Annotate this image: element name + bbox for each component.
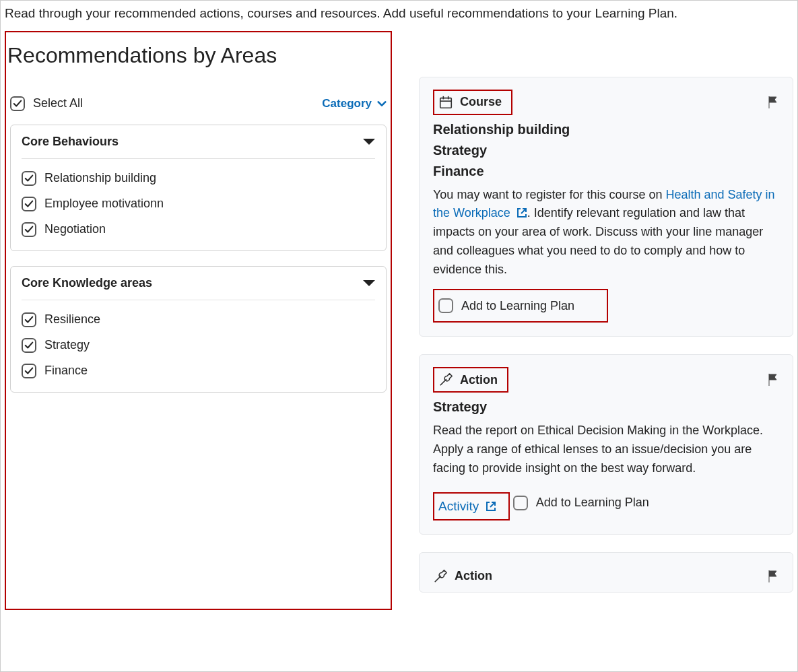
- checkbox[interactable]: [22, 312, 36, 327]
- group-core-knowledge-areas: Core Knowledge areas Resilience Strategy…: [10, 266, 387, 393]
- checkbox[interactable]: [22, 222, 36, 237]
- flag-icon[interactable]: [767, 373, 779, 387]
- select-all-checkbox[interactable]: [10, 96, 25, 111]
- filter-item[interactable]: Strategy: [22, 333, 375, 358]
- card-tag: Relationship building: [433, 122, 779, 137]
- card-type-label: Course: [460, 95, 502, 109]
- svg-rect-0: [440, 98, 452, 108]
- flag-icon[interactable]: [767, 570, 779, 583]
- card-type-label: Action: [455, 569, 492, 583]
- body-pre: You may want to register for this course…: [433, 188, 666, 201]
- add-label: Add to Learning Plan: [461, 299, 574, 313]
- card-type-badge: Course: [433, 90, 512, 115]
- areas-title: Recommendations by Areas: [6, 32, 391, 81]
- recommendation-card-action: Action: [419, 552, 793, 593]
- filter-item-label: Finance: [44, 364, 88, 378]
- category-label: Category: [322, 97, 372, 110]
- activity-link-row: Activity: [433, 492, 510, 520]
- activity-link-text: Activity: [438, 499, 479, 514]
- add-checkbox[interactable]: [513, 496, 528, 510]
- card-tag: Strategy: [433, 143, 779, 158]
- caret-down-icon[interactable]: [363, 280, 375, 286]
- group-core-behaviours: Core Behaviours Relationship building Em…: [10, 125, 387, 251]
- card-body: Read the report on Ethical Decision Maki…: [433, 422, 779, 478]
- caret-down-icon[interactable]: [363, 139, 375, 145]
- calendar-icon: [438, 95, 453, 110]
- card-type-badge: Action: [433, 565, 502, 588]
- filter-item[interactable]: Finance: [22, 358, 375, 384]
- recommendations-by-areas-panel: Recommendations by Areas Select All Cate…: [5, 31, 392, 610]
- add-checkbox[interactable]: [438, 298, 453, 313]
- external-link-icon: [517, 207, 527, 218]
- recommendation-card-course: Course Relationship building Strategy Fi…: [419, 77, 793, 337]
- card-tag: Strategy: [433, 399, 779, 415]
- filter-item-label: Strategy: [44, 338, 90, 352]
- intro-text: Read through your recommended actions, c…: [1, 1, 797, 31]
- add-to-learning-plan[interactable]: Add to Learning Plan: [513, 488, 649, 510]
- checkbox[interactable]: [22, 364, 36, 378]
- add-label: Add to Learning Plan: [536, 496, 649, 510]
- add-to-learning-plan[interactable]: Add to Learning Plan: [433, 289, 608, 323]
- card-type-label: Action: [460, 373, 498, 387]
- filter-item[interactable]: Negotiation: [22, 217, 375, 242]
- group-title: Core Behaviours: [22, 135, 119, 149]
- select-all-label: Select All: [33, 96, 83, 110]
- filter-item[interactable]: Relationship building: [22, 166, 375, 191]
- card-type-badge: Action: [433, 367, 508, 393]
- checkbox[interactable]: [22, 171, 36, 186]
- flag-icon[interactable]: [767, 96, 779, 109]
- group-title: Core Knowledge areas: [22, 276, 152, 290]
- activity-link[interactable]: Activity: [438, 499, 496, 514]
- filter-item[interactable]: Resilience: [22, 307, 375, 333]
- category-dropdown[interactable]: Category: [322, 97, 387, 110]
- wrench-icon: [433, 569, 448, 584]
- filter-item-label: Relationship building: [44, 171, 156, 185]
- external-link-icon: [486, 501, 496, 512]
- filter-item-label: Negotiation: [44, 222, 106, 236]
- recommendation-card-action: Action Strategy Read the report on Ethic…: [419, 354, 793, 535]
- wrench-icon: [438, 372, 453, 387]
- checkbox[interactable]: [22, 197, 36, 211]
- card-body: You may want to register for this course…: [433, 186, 779, 279]
- checkbox[interactable]: [22, 338, 36, 353]
- chevron-down-icon: [377, 99, 387, 108]
- card-tag: Finance: [433, 164, 779, 179]
- filter-item[interactable]: Employee motivationn: [22, 191, 375, 217]
- filter-item-label: Employee motivationn: [44, 197, 164, 211]
- filter-item-label: Resilience: [44, 312, 100, 327]
